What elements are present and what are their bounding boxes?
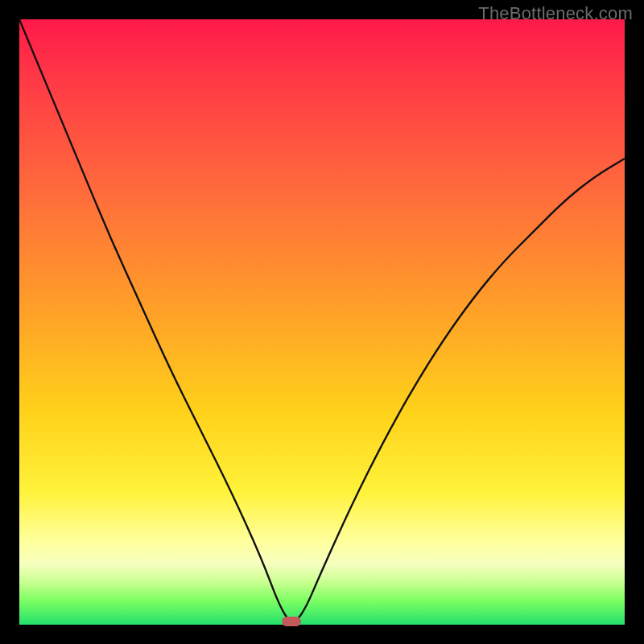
plot-area xyxy=(19,19,625,625)
bottleneck-curve xyxy=(19,19,625,625)
chart-frame: TheBottleneck.com xyxy=(0,0,644,644)
min-marker xyxy=(282,617,301,626)
